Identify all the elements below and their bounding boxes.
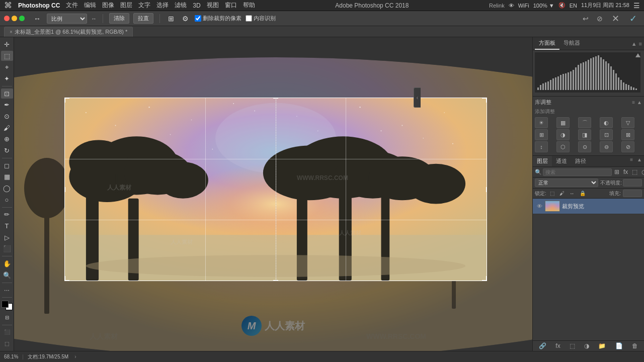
adj-threshold-btn[interactable]: ⊖ [600,141,613,152]
settings-icon-btn[interactable]: ⚙ [180,14,191,24]
adj-curves-btn[interactable]: ⌒ [578,117,591,128]
adj-vibrance-btn[interactable]: ▽ [621,117,634,128]
brush-tool[interactable]: 🖌 [1,123,13,133]
crop-rectangle[interactable]: 人人素材 WWW.RRSC.COM 人人素材 人人素材 [64,98,487,281]
document-tab[interactable]: × 未标题_全景图1 @ 68.1%(裁剪预览, RGB/8) * [4,27,133,37]
screen-mode-btn[interactable]: ⬛ [1,327,13,337]
adj-gradmap-btn[interactable]: ⊘ [621,141,634,152]
adj-options-btn[interactable]: ≡ [632,100,635,105]
paths-tab[interactable]: 路径 [571,156,590,166]
adj-collapse-btn[interactable]: ▲ [637,100,642,105]
adjustment-layer-btn[interactable]: ◑ [640,168,644,176]
add-mask-btn[interactable]: ⬚ [568,342,577,350]
eraser-tool[interactable]: ◻ [1,160,13,171]
blend-mode-select[interactable]: 正常 [535,178,598,187]
close-window-btn[interactable] [4,16,10,21]
fill-input[interactable]: 100% [623,190,642,197]
crop-handle-mr[interactable] [484,187,487,192]
crop-handle-br[interactable] [482,276,487,281]
layers-tab[interactable]: 图层 [533,156,552,166]
ratio-select[interactable]: 比例 [47,14,87,24]
adj-channelmixer-btn[interactable]: ⊠ [621,129,634,140]
eyedropper-tool[interactable]: ✒ [1,100,13,110]
menu-text[interactable]: 文字 [138,1,150,10]
crop-handle-bl[interactable] [64,276,69,281]
menu-3d[interactable]: 3D [193,2,200,9]
crop-handle-tl[interactable] [64,98,69,103]
layers-panel-menu[interactable]: ≡ [628,156,635,166]
hand-tool[interactable]: ✋ [1,258,13,269]
layer-item[interactable]: 👁 裁剪预览 [533,199,644,214]
grid-icon-btn[interactable]: ⊞ [166,14,176,24]
fg-color-btn[interactable] [2,301,13,310]
content-aware-checkbox[interactable]: 内容识别 [246,15,276,22]
create-group-btn[interactable]: 📁 [597,342,607,350]
delete-layer-bottom-btn[interactable]: 🗑 [630,342,639,350]
panel-collapse-icon[interactable]: ▲ [631,41,637,47]
straighten-btn[interactable]: 拉直 [133,13,153,24]
adj-exposure-btn[interactable]: ◐ [600,117,613,128]
menu-edit[interactable]: 编辑 [84,1,96,10]
screen-mode-2-btn[interactable]: ⬚ [1,338,13,349]
move-tool[interactable]: ✛ [1,39,13,50]
lock-all-btn[interactable]: 🔒 [578,190,587,197]
clone-stamp-tool[interactable]: ⊕ [1,134,13,144]
pen-tool[interactable]: ✏ [1,209,13,220]
dodge-tool[interactable]: ○ [1,195,13,205]
adj-levels-btn[interactable]: ▦ [556,117,570,128]
new-group-btn[interactable]: ⊞ [613,168,621,176]
adj-photofilter-btn[interactable]: ⊡ [600,129,613,140]
selection-tool[interactable]: ⬚ [1,51,13,61]
confirm-crop-btn[interactable]: ✓ [626,12,640,25]
move-tool-btn[interactable]: ↔ [32,14,43,24]
tab-square[interactable]: 方面板 [535,37,559,50]
circle-btn[interactable]: ⊘ [595,14,605,24]
crop-handle-tr[interactable] [482,98,487,103]
apple-icon[interactable]: ⌘ [4,1,12,10]
layer-mask-btn[interactable]: ⬚ [630,168,639,176]
adj-posterize-btn[interactable]: ⊙ [578,141,591,152]
history-brush-tool[interactable]: ↻ [1,145,13,156]
menu-icon[interactable]: ☰ [633,2,640,10]
text-tool[interactable]: T [1,221,13,231]
add-style-btn[interactable]: fx [554,342,561,350]
add-fill-layer-btn[interactable]: ◑ [583,342,591,350]
menu-select[interactable]: 选择 [156,1,169,10]
lock-move-btn[interactable]: ↔ [568,190,576,197]
menu-help[interactable]: 帮助 [243,1,255,10]
app-name-label[interactable]: Photoshop CC [18,2,60,9]
panel-menu-icon[interactable]: ≡ [639,41,642,47]
cancel-crop-btn[interactable]: ✕ [609,12,622,25]
gradient-tool[interactable]: ▦ [1,171,13,182]
zoom-tool[interactable]: 🔍 [1,270,13,281]
undo-btn[interactable]: ↩ [581,14,591,24]
adj-invert-btn[interactable]: ⬡ [556,141,570,152]
adj-hsl-btn[interactable]: ⊞ [535,129,548,140]
crop-tool[interactable]: ⊡ [1,88,13,99]
menu-window[interactable]: 窗口 [225,1,237,10]
menu-image[interactable]: 图像 [102,1,114,10]
patch-tool[interactable]: ⊙ [1,111,13,122]
blur-tool[interactable]: ◯ [1,183,13,194]
layer-visibility-btn[interactable]: 👁 [536,203,543,210]
adj-bw-btn[interactable]: ◨ [578,129,591,140]
tab-navigator[interactable]: 导航器 [559,37,584,50]
new-layer-bottom-btn[interactable]: 📄 [614,342,624,350]
menu-file[interactable]: 文件 [66,1,78,10]
crop-handle-ml[interactable] [64,187,67,192]
adj-brightness-btn[interactable]: ☀ [535,117,548,128]
adj-colorbalance-btn[interactable]: ◑ [556,129,570,140]
minimize-window-btn[interactable] [12,16,17,21]
canvas-area[interactable]: WWW.RRSC.COM WWW.RRSC.COM 人人素材 WWW.RRSC.… [14,37,532,351]
lasso-tool[interactable]: ⌖ [1,62,13,72]
doc-tab-close[interactable]: × [10,29,13,35]
lock-transparent-btn[interactable]: ⬚ [548,190,556,197]
right-panel-collapse-btn[interactable]: ‹ [414,87,421,108]
shape-tool[interactable]: ⬛ [1,244,13,254]
layers-panel-collapse[interactable]: ▲ [635,156,644,166]
lock-paint-btn[interactable]: 🖌 [558,190,566,197]
clear-btn[interactable]: 清除 [109,13,129,24]
layer-effect-btn[interactable]: fx [622,168,629,176]
status-arrow[interactable]: › [74,354,76,359]
menu-layer[interactable]: 图层 [120,1,132,10]
